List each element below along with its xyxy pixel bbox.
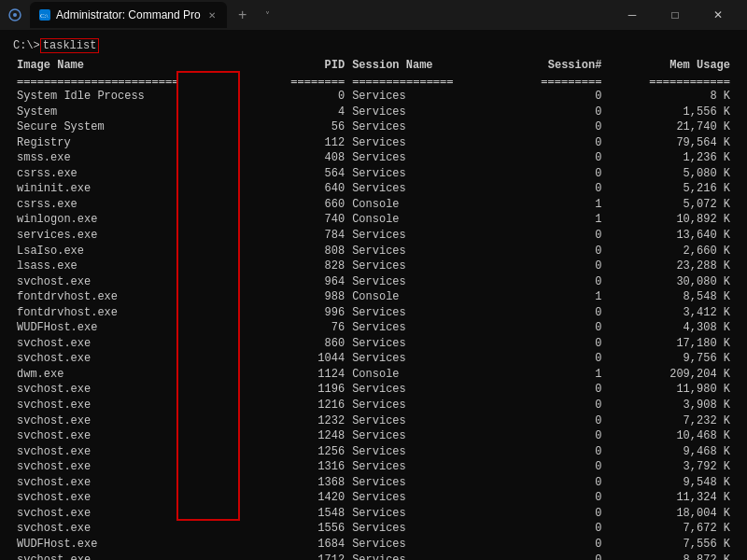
table-row: svchost.exe 1420 Services 0 11,324 K — [13, 490, 734, 506]
cell-session-num: 0 — [506, 244, 605, 259]
minimize-button[interactable]: ─ — [611, 0, 654, 30]
cell-session-num: 0 — [506, 382, 605, 398]
cell-mem-usage: 209,204 K — [605, 367, 734, 383]
cell-image-name: fontdrvhost.exe — [13, 289, 260, 305]
tab-dropdown-button[interactable]: ˅ — [259, 6, 277, 24]
table-row: WUDFHost.exe 76 Services 0 4,308 K — [13, 320, 734, 336]
cell-session-num: 0 — [506, 490, 605, 506]
cell-pid: 112 — [260, 135, 349, 151]
cell-session-name: Services — [348, 398, 506, 413]
cell-pid: 740 — [260, 212, 349, 228]
cell-image-name: Registry — [13, 135, 260, 151]
cell-image-name: fontdrvhost.exe — [13, 305, 260, 321]
table-row: csrss.exe 564 Services 0 5,080 K — [13, 166, 734, 182]
cell-pid: 1556 — [260, 521, 349, 537]
table-header-row: Image Name PID Session Name Session# Mem… — [13, 58, 734, 74]
cell-image-name: lsass.exe — [13, 259, 260, 274]
table-row: csrss.exe 660 Console 1 5,072 K — [13, 197, 734, 213]
cell-session-name: Services — [348, 305, 506, 321]
cell-pid: 1044 — [260, 351, 349, 367]
cell-pid: 1196 — [260, 382, 349, 398]
cmd-tab-icon: C:\ — [39, 9, 50, 21]
table-row: dwm.exe 1124 Console 1 209,204 K — [13, 367, 734, 383]
cell-mem-usage: 1,236 K — [605, 150, 734, 166]
table-row: svchost.exe 1232 Services 0 7,232 K — [13, 413, 734, 429]
tab-close-button[interactable]: ✕ — [206, 10, 218, 21]
cell-pid: 56 — [260, 119, 349, 135]
sep-session-name: =============== — [348, 74, 506, 90]
cell-pid: 964 — [260, 274, 349, 290]
cell-image-name: svchost.exe — [13, 382, 260, 398]
cell-pid: 988 — [260, 289, 349, 305]
new-tab-button[interactable]: + — [231, 3, 255, 27]
close-button[interactable]: ✕ — [697, 0, 740, 30]
table-row: fontdrvhost.exe 996 Services 0 3,412 K — [13, 305, 734, 321]
table-row: System Idle Process 0 Services 0 8 K — [13, 89, 734, 105]
cell-session-num: 0 — [506, 537, 605, 553]
cell-mem-usage: 7,232 K — [605, 413, 734, 429]
cell-session-name: Console — [348, 197, 506, 213]
table-row: svchost.exe 1548 Services 0 18,004 K — [13, 506, 734, 522]
cell-mem-usage: 5,072 K — [605, 197, 734, 213]
col-header-session-num: Session# — [506, 58, 605, 74]
table-row: svchost.exe 1368 Services 0 9,548 K — [13, 475, 734, 491]
cell-pid: 0 — [260, 89, 349, 105]
cell-session-num: 0 — [506, 119, 605, 135]
cell-session-name: Services — [348, 135, 506, 151]
col-header-session-name: Session Name — [348, 58, 506, 74]
table-row: svchost.exe 1316 Services 0 3,792 K — [13, 459, 734, 475]
cell-image-name: dwm.exe — [13, 367, 260, 383]
table-row: svchost.exe 1248 Services 0 10,468 K — [13, 428, 734, 444]
table-row: svchost.exe 1556 Services 0 7,672 K — [13, 521, 734, 537]
cell-session-num: 0 — [506, 398, 605, 413]
tab-label: Administrator: Command Pro — [56, 8, 201, 21]
cell-session-num: 0 — [506, 89, 605, 105]
cell-image-name: svchost.exe — [13, 459, 260, 475]
cell-session-name: Console — [348, 212, 506, 228]
table-row: svchost.exe 860 Services 0 17,180 K — [13, 336, 734, 352]
cell-mem-usage: 3,792 K — [605, 459, 734, 475]
cell-pid: 1548 — [260, 506, 349, 522]
sep-pid: ======== — [260, 74, 349, 90]
title-bar: C:\ Administrator: Command Pro ✕ + ˅ ─ □… — [0, 0, 747, 30]
table-row: fontdrvhost.exe 988 Console 1 8,548 K — [13, 289, 734, 305]
terminal-window[interactable]: C:\>tasklist Image Name PID Session Name… — [0, 30, 747, 560]
table-row: LsaIso.exe 808 Services 0 2,660 K — [13, 244, 734, 259]
cell-image-name: Secure System — [13, 119, 260, 135]
cell-image-name: svchost.exe — [13, 444, 260, 460]
cell-image-name: svchost.exe — [13, 274, 260, 290]
svg-text:C:\: C:\ — [40, 12, 49, 20]
cell-session-num: 0 — [506, 444, 605, 460]
cell-pid: 860 — [260, 336, 349, 352]
cell-image-name: services.exe — [13, 228, 260, 244]
table-row: svchost.exe 1256 Services 0 9,468 K — [13, 444, 734, 460]
cell-pid: 1420 — [260, 490, 349, 506]
cell-image-name: svchost.exe — [13, 521, 260, 537]
cell-session-name: Services — [348, 336, 506, 352]
cell-image-name: svchost.exe — [13, 398, 260, 413]
cell-session-name: Services — [348, 553, 506, 561]
cell-session-num: 0 — [506, 320, 605, 336]
active-tab[interactable]: C:\ Administrator: Command Pro ✕ — [30, 2, 227, 28]
cell-image-name: csrss.exe — [13, 166, 260, 182]
cell-session-name: Services — [348, 105, 506, 120]
prompt-text: C:\> — [13, 39, 40, 52]
process-table-body: System Idle Process 0 Services 0 8 K Sys… — [13, 89, 734, 560]
window-controls: ─ □ ✕ — [611, 0, 740, 30]
cell-pid: 1256 — [260, 444, 349, 460]
cell-pid: 640 — [260, 181, 349, 197]
cell-mem-usage: 8,872 K — [605, 553, 734, 561]
cell-pid: 408 — [260, 150, 349, 166]
col-header-image-name: Image Name — [13, 58, 260, 74]
maximize-button[interactable]: □ — [654, 0, 697, 30]
cell-image-name: System Idle Process — [13, 89, 260, 105]
cell-session-name: Services — [348, 89, 506, 105]
cell-pid: 1712 — [260, 553, 349, 561]
cell-session-name: Services — [348, 320, 506, 336]
cell-image-name: svchost.exe — [13, 553, 260, 561]
cell-session-name: Services — [348, 459, 506, 475]
cell-session-name: Services — [348, 244, 506, 259]
cell-mem-usage: 21,740 K — [605, 119, 734, 135]
cell-session-name: Services — [348, 490, 506, 506]
table-row: winlogon.exe 740 Console 1 10,892 K — [13, 212, 734, 228]
